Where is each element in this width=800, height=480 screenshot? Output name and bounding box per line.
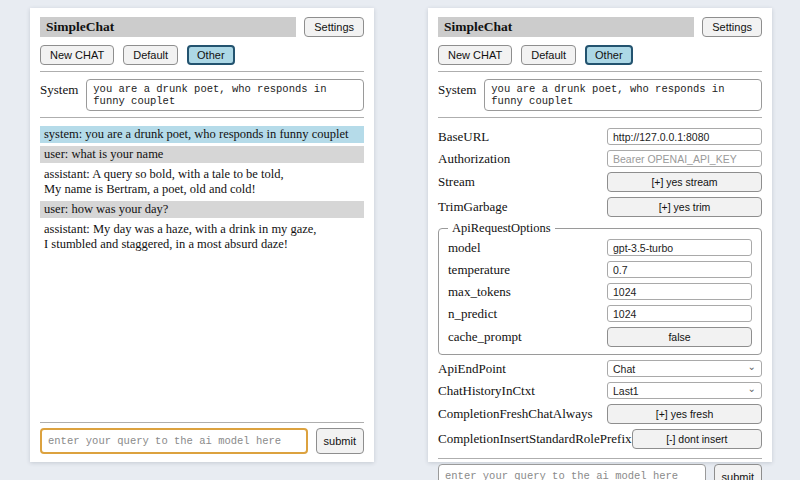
system-prompt-input[interactable]: you are a drunk poet, who responds in fu… [484,79,762,111]
settings-button[interactable]: Settings [304,17,364,37]
trimgarbage-toggle-button[interactable]: [+] yes trim [607,197,762,217]
setting-row-authorization: Authorization [438,148,762,169]
divider [438,458,762,459]
api-endpoint-label: ApiEndPoint [438,361,506,377]
setting-row-temperature: temperature [448,259,752,280]
n-predict-label: n_predict [448,306,497,322]
setting-row-stream: Stream [+] yes stream [438,170,762,194]
setting-row-api-endpoint: ApiEndPoint Chat ⌄ [438,358,762,379]
submit-button[interactable]: submit [714,464,762,480]
temperature-label: temperature [448,262,510,278]
cache-prompt-toggle-button[interactable]: false [607,327,752,347]
stream-label: Stream [438,174,475,190]
setting-row-completion-insert-standard-role-prefix: CompletionInsertStandardRolePrefix [-] d… [438,427,762,451]
divider [438,117,762,118]
setting-row-max-tokens: max_tokens [448,281,752,302]
chat-panel: SimpleChat Settings New CHAT Default Oth… [30,8,374,462]
settings-panel: SimpleChat Settings New CHAT Default Oth… [428,8,772,462]
chevron-down-icon: ⌄ [748,363,756,371]
system-prompt-row: System you are a drunk poet, who respond… [40,79,364,111]
new-chat-button[interactable]: New CHAT [438,45,512,65]
app-title: SimpleChat [438,17,694,37]
session-button-default[interactable]: Default [123,45,178,65]
trimgarbage-label: TrimGarbage [438,199,508,215]
baseurl-label: BaseURL [438,129,489,145]
session-button-other[interactable]: Other [585,45,633,65]
chat-message-system: system: you are a drunk poet, who respon… [40,126,364,143]
chat-message-user: user: what is your name [40,146,364,163]
completion-insert-standard-role-prefix-label: CompletionInsertStandardRolePrefix [438,431,632,447]
submit-button[interactable]: submit [316,428,364,454]
setting-row-trimgarbage: TrimGarbage [+] yes trim [438,195,762,219]
session-buttons: New CHAT Default Other [40,45,364,65]
authorization-input[interactable] [607,150,762,167]
chat-history-in-ctxt-select[interactable]: Last1 ⌄ [607,382,762,399]
header: SimpleChat Settings [438,17,762,37]
query-input[interactable] [438,464,706,480]
chat-message-list: system: you are a drunk poet, who respon… [40,126,364,256]
max-tokens-label: max_tokens [448,284,511,300]
divider [40,71,364,72]
model-input[interactable] [607,239,752,256]
api-endpoint-select[interactable]: Chat ⌄ [607,360,762,377]
cache-prompt-label: cache_prompt [448,329,522,345]
settings-list: BaseURL Authorization Stream [+] yes str… [438,126,762,452]
completion-fresh-chat-always-toggle-button[interactable]: [+] yes fresh [607,404,762,424]
chat-message-assistant: assistant: My day was a haze, with a dri… [40,221,364,253]
query-row: submit [40,428,364,454]
chevron-down-icon: ⌄ [748,385,756,393]
new-chat-button[interactable]: New CHAT [40,45,114,65]
session-buttons: New CHAT Default Other [438,45,762,65]
system-prompt-label: System [438,79,476,98]
completion-insert-standard-role-prefix-toggle-button[interactable]: [-] dont insert [632,429,762,449]
settings-button[interactable]: Settings [702,17,762,37]
setting-row-completion-fresh-chat-always: CompletionFreshChatAlways [+] yes fresh [438,402,762,426]
max-tokens-input[interactable] [607,283,752,300]
chat-history-in-ctxt-label: ChatHistoryInCtxt [438,383,535,399]
spacer [40,256,364,416]
chat-message-user: user: how was your day? [40,201,364,218]
baseurl-input[interactable] [607,128,762,145]
header: SimpleChat Settings [40,17,364,37]
completion-fresh-chat-always-label: CompletionFreshChatAlways [438,406,593,422]
system-prompt-label: System [40,79,78,98]
setting-row-model: model [448,237,752,258]
divider [40,422,364,423]
stream-toggle-button[interactable]: [+] yes stream [607,172,762,192]
setting-row-cache-prompt: cache_prompt false [448,325,752,349]
setting-row-n-predict: n_predict [448,303,752,324]
system-prompt-row: System you are a drunk poet, who respond… [438,79,762,111]
app-title: SimpleChat [40,17,296,37]
setting-row-chat-history-in-ctxt: ChatHistoryInCtxt Last1 ⌄ [438,380,762,401]
session-button-default[interactable]: Default [521,45,576,65]
n-predict-input[interactable] [607,305,752,322]
divider [438,71,762,72]
api-endpoint-selected-value: Chat [613,363,635,375]
model-label: model [448,240,481,256]
authorization-label: Authorization [438,151,510,167]
query-row: submit [438,464,762,480]
temperature-input[interactable] [607,261,752,278]
api-request-options-legend: ApiRequestOptions [448,221,555,236]
chat-history-selected-value: Last1 [613,385,639,397]
divider [40,117,364,118]
system-prompt-input[interactable]: you are a drunk poet, who responds in fu… [86,79,364,111]
chat-message-assistant: assistant: A query so bold, with a tale … [40,166,364,198]
session-button-other[interactable]: Other [187,45,235,65]
setting-row-baseurl: BaseURL [438,126,762,147]
query-input[interactable] [40,428,308,454]
api-request-options-fieldset: ApiRequestOptions model temperature max_… [438,221,762,355]
